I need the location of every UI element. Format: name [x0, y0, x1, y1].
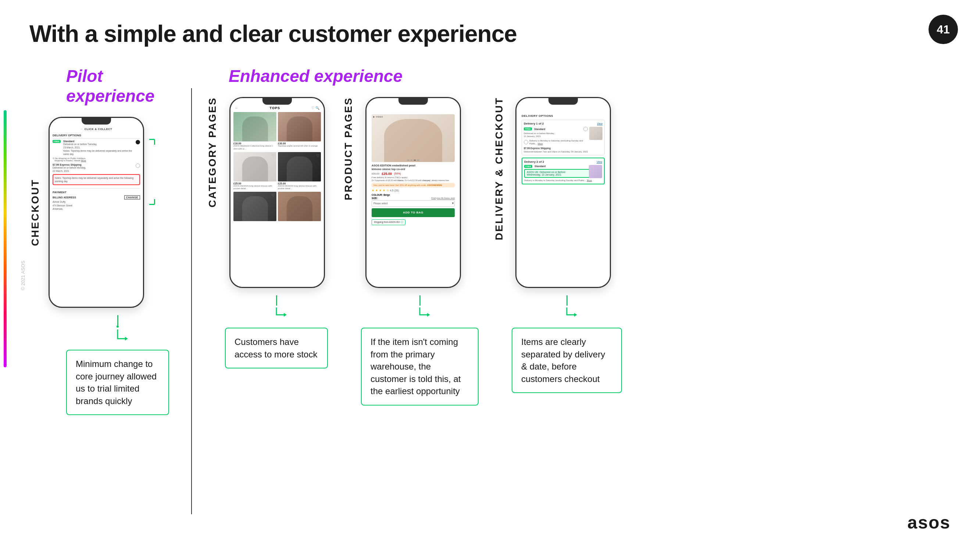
product-image-5: ♡	[234, 192, 277, 221]
billing-address: Aimee Duffy 474 Benson Street Arkansas,	[52, 200, 140, 211]
pilot-experience-section: Pilot experience Checkout ← CLICK & COLL…	[29, 66, 184, 514]
product-item: ♡ £16.00 ASOS Weekend Collective long sl…	[234, 112, 277, 151]
dc-caption-box: Items are clearly separated by delivery …	[512, 328, 622, 393]
delivery-card-2: Delivery 2 of 2 View FREE Standard	[522, 157, 605, 184]
dc-phone-notch	[549, 98, 578, 105]
billing-row: BILLING ADDRESS CHANGE	[52, 195, 140, 200]
no-shipping-text: ⊙ No shipping on Public Holidays. Shippi…	[52, 157, 140, 162]
payment-section: PAYMENT BILLING ADDRESS CHANGE Aimee Duf…	[52, 188, 140, 211]
billing-label: BILLING ADDRESS	[52, 196, 76, 199]
colour-row: COLOUR: Beige	[372, 194, 455, 196]
shipping-row: Shipping from ASOS EU ⓘ	[372, 219, 455, 226]
color-gradient	[4, 110, 6, 367]
cat-phone-notch	[262, 98, 292, 105]
add-to-bag-button[interactable]: ADD TO BAG	[372, 208, 455, 217]
category-phone-wrap: Category Pages ← TOPS ♡ 🔍	[207, 97, 328, 288]
notes-text: Notes: Topshop items may be delivered se…	[63, 149, 134, 156]
center-divider	[191, 88, 192, 514]
dc-header: DELIVERY OPTIONS	[522, 114, 605, 118]
product-pages-col: Product Pages ▶ VIDEO	[343, 97, 479, 405]
express-label: $7.99 Express Shipping	[52, 164, 134, 166]
delivery-radio-1b[interactable]	[524, 140, 528, 144]
pilot-phone-wrap: Checkout ← CLICK & COLLECT DEL	[29, 117, 155, 308]
enhanced-phones-row: Category Pages ← TOPS ♡ 🔍	[207, 97, 951, 405]
enhanced-heading: Enhanced experience	[229, 66, 951, 86]
product-detail-badge: ▶ VIDEO	[373, 116, 383, 118]
svg-marker-0	[125, 337, 128, 340]
heart-icon-1[interactable]: ♡	[272, 113, 275, 118]
size-label: SIZE:	[372, 197, 378, 200]
heart-icon-2[interactable]: ♡	[316, 113, 320, 118]
svg-marker-2	[427, 313, 430, 317]
product-image-2: ♡	[278, 112, 321, 141]
free-standard-row-2: FREE Standard	[524, 165, 587, 168]
change-button[interactable]: CHANGE	[124, 195, 140, 200]
left-bar	[0, 0, 10, 551]
caption-connector-v	[117, 315, 118, 326]
product-item: ♡ £25.00 ASOS DESIGN long sleeve blouse …	[234, 152, 277, 191]
asos-logo: asos	[908, 513, 951, 533]
product-grid: ♡ £16.00 ASOS Weekend Collective long sl…	[234, 112, 321, 221]
size-row: SIZE: Find your fit/ Asos+ size	[372, 197, 455, 200]
category-caption-arrow	[266, 306, 288, 320]
star-1: ★	[372, 189, 374, 192]
delivery-option-2: Delivery is Monday to Saturday (excludin…	[524, 179, 602, 182]
cat-phone-screen: ← TOPS ♡ 🔍 ♡	[231, 98, 324, 287]
page-number: 41	[929, 15, 958, 44]
cat-phone-header: ← TOPS ♡ 🔍	[234, 106, 321, 110]
delivery-num-2: Delivery 2 of 2	[524, 160, 544, 164]
heart-icon-6[interactable]: ♡	[316, 193, 320, 197]
checkout-header: CLICK & COLLECT	[84, 127, 112, 131]
product-image-6: ♡	[278, 192, 321, 221]
free-standard-row-1: FREE Standard	[524, 127, 588, 131]
express-label-dc: $7.99 Express Shipping	[524, 147, 603, 149]
checkout-side-label: Checkout	[29, 179, 41, 246]
dc-caption-arrow	[556, 306, 578, 320]
product-name-1: ASOS Weekend Collective long sleeve t-sh…	[234, 145, 277, 151]
star-4: ★	[383, 189, 385, 192]
pilot-heading: Pilot experience	[66, 66, 184, 106]
product-image-4: ♡	[278, 152, 321, 181]
product-image-1: ♡	[234, 112, 277, 141]
svg-marker-3	[574, 313, 577, 317]
product-price-2: £30.00	[278, 142, 321, 145]
shipping-text: Shipping from ASOS EU	[374, 221, 399, 223]
stars-row: ★ ★ ★ ★ ½ 4.5 (20)	[372, 189, 455, 192]
delivery-date: Delivered on or before Tuesday,23 March,…	[63, 143, 134, 149]
view-link-1[interactable]: View	[597, 122, 603, 125]
review-count: 4.5 (20)	[390, 189, 399, 192]
view-link-2[interactable]: View	[597, 160, 602, 163]
star-half: ½	[387, 189, 389, 192]
free-badge-2: FREE	[524, 165, 532, 168]
product-price-3: £25.00	[234, 182, 277, 185]
dc-card-header-2: Delivery 2 of 2 View	[524, 160, 602, 164]
svg-marker-1	[284, 313, 287, 317]
heart-icon-3[interactable]: ♡	[272, 154, 275, 157]
star-3: ★	[379, 189, 382, 192]
product-caption-text: If the item isn't coming from the primar…	[371, 337, 461, 396]
find-size-link[interactable]: Find your fit/ Asos+ size	[431, 197, 455, 200]
dc-caption-wrap: Items are clearly separated by delivery …	[512, 295, 622, 393]
free-delivery-text: Free delivery & returns (T&Cs apply)	[372, 176, 455, 178]
product-edition-name: ASOS EDITION embellished pearlkimono sle…	[372, 164, 455, 171]
heart-icon-4[interactable]: ♡	[316, 154, 320, 157]
phone-screen: ← CLICK & COLLECT DELIVERY OPTIONS FREE …	[49, 118, 143, 307]
delivery-checkout-col: Delivery & Checkout DELIVERY OPTIONS	[493, 97, 622, 405]
discount-banner: Hey, you're new here! Get 15% off anythi…	[372, 183, 455, 187]
dc-content: DELIVERY OPTIONS Delivery 1 of 2 View	[519, 106, 607, 284]
delivery-radio-1[interactable]	[583, 127, 588, 131]
category-pages-col: Category Pages ← TOPS ♡ 🔍	[207, 97, 328, 405]
product-price-4: £25.00	[278, 182, 321, 185]
category-phone: ← TOPS ♡ 🔍 ♡	[229, 97, 325, 288]
product-phone-wrap: Product Pages ▶ VIDEO	[343, 97, 479, 288]
top-row: Pilot experience Checkout ← CLICK & COLL…	[29, 66, 951, 514]
prod-phone-screen: ▶ VIDEO	[366, 98, 460, 287]
delivery-options-title: DELIVERY OPTIONS	[52, 134, 140, 138]
pilot-caption-box: Minimum change to core journey allowed u…	[66, 350, 169, 415]
heart-icon-5[interactable]: ♡	[272, 193, 275, 197]
product-item: ♡	[278, 192, 321, 221]
prod-phone-notch	[398, 98, 428, 105]
size-select[interactable]: Please select ▼	[372, 200, 455, 207]
shipping-box: Shipping from ASOS EU ⓘ	[372, 219, 406, 225]
dc-card-header-1: Delivery 1 of 2 View	[524, 122, 603, 125]
